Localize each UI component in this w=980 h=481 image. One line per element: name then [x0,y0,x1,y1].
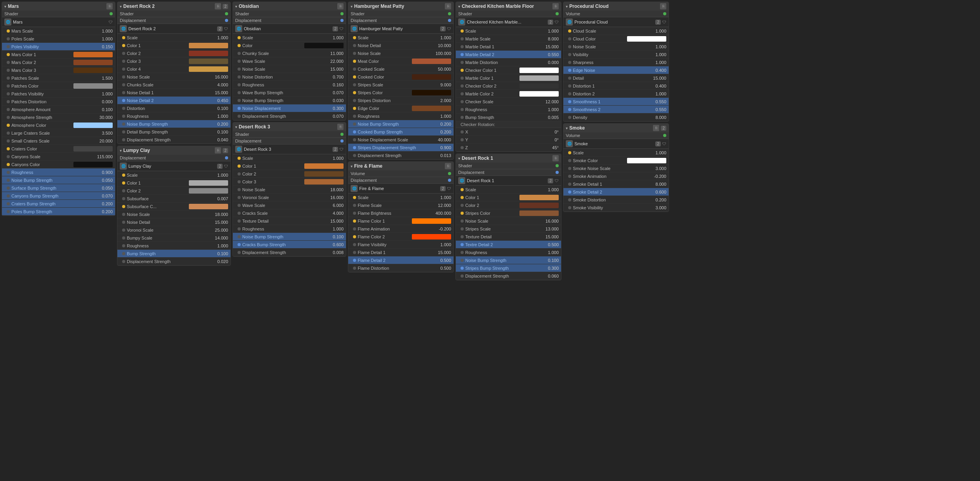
prop-noise-scale[interactable]: Noise Scale15.000 [233,65,346,73]
prop-wave-bump[interactable]: Wave Bump Strength0.070 [233,89,346,97]
copy-icon[interactable]: ⎘ [552,155,559,161]
prop-chunks-scale[interactable]: Chunks Scale4.000 [117,81,230,89]
prop-noise-detail1[interactable]: Noise Detail 115.000 [117,89,230,97]
prop-noise-scale[interactable]: Noise Scale16.000 [117,73,230,81]
prop-bump-strength[interactable]: Bump Strength0.005 [456,113,561,121]
prop-color3[interactable]: Color 3 [117,57,230,65]
prop-flame-animation[interactable]: Flame Animation-0.200 [348,225,453,233]
prop-color1[interactable]: Color 1 [117,179,230,187]
prop-roughness[interactable]: Roughness1.000 [456,106,561,113]
prop-noise-detail2[interactable]: Noise Detail 20.450 [117,97,230,104]
prop-color1[interactable]: Color 1 [117,42,230,49]
copy-icon[interactable]: ⎘ [445,163,451,169]
prop-poles-visibility[interactable]: Poles Visibility 0.150 [2,43,115,51]
prop-wave-scale[interactable]: Wave Scale6.000 [233,201,346,209]
copy-icon[interactable]: ⎘ [660,3,666,9]
prop-edge-noise[interactable]: Edge Noise0.400 [563,66,669,74]
prop-cooked-bump[interactable]: Cooked Bump Strength0.200 [348,128,453,136]
prop-smoke-noise-scale[interactable]: Smoke Noise Scale3.000 [563,165,669,172]
prop-edge-color[interactable]: Edge Color [348,104,453,112]
prop-distortion1[interactable]: Distortion 10.400 [563,82,669,90]
prop-smoothness1[interactable]: Smoothness 10.550 [563,98,669,106]
prop-distortion2[interactable]: Distortion 21.000 [563,90,669,98]
prop-noise-detail[interactable]: Noise Detail15.000 [117,218,230,226]
prop-atmosphere-amount[interactable]: Atmosphere Amount 0.100 [2,106,115,113]
prop-smoothness2[interactable]: Smoothness 20.550 [563,106,669,113]
panel-lumpy-header[interactable]: ▾ Lumpy Clay ⎘ 2 [117,146,230,155]
prop-stripes-disp[interactable]: Stripes Displacement Strength0.900 [348,144,453,152]
prop-roughness[interactable]: Roughness0.160 [233,81,346,89]
prop-noise-detail[interactable]: Noise Detail10.000 [348,42,453,49]
prop-scale[interactable]: Scale1.000 [233,154,346,162]
prop-textre-detail2[interactable]: Textre Detail 20.500 [456,241,561,249]
prop-color1[interactable]: Color 1 [233,162,346,170]
prop-noise-bump[interactable]: Noise Bump Strength0.200 [348,120,453,128]
copy-icon[interactable]: ⎘ [337,124,344,130]
prop-color2[interactable]: Color 2 [117,187,230,195]
prop-flame-detail2[interactable]: Flame Detail 20.500 [348,256,453,264]
prop-noise-bump[interactable]: Noise Bump Strength 0.050 [2,176,115,184]
prop-flame-scale[interactable]: Flame Scale12.000 [348,201,453,209]
prop-atmosphere-strength[interactable]: Atmosphere Strength 30.000 [2,113,115,121]
prop-patches-visibility[interactable]: Patches Visibility 1.000 [2,90,115,98]
prop-atmosphere-color[interactable]: Atmosphere Color [2,121,115,129]
prop-bump-strength[interactable]: Bump Strength0.100 [117,250,230,258]
prop-marble-scale[interactable]: Marble Scale8.000 [456,35,561,43]
panel-desert1-header[interactable]: ▾ Desert Rock 1 ⎘ [456,154,561,163]
prop-roughness[interactable]: Roughness1.000 [348,112,453,120]
prop-flame-color1[interactable]: Flame Color 1 [348,217,453,225]
prop-roughness[interactable]: Roughness1.000 [117,112,230,120]
panel-marble-header[interactable]: ▾ Checkered Kitchen Marble Floor ⎘ [456,2,561,11]
prop-chunky-scale[interactable]: Chunky Scale11.000 [233,49,346,57]
prop-cooked-scale[interactable]: Cooked Scale50.000 [348,65,453,73]
prop-flame-brightness[interactable]: Flame Brightness400.000 [348,209,453,217]
prop-color2[interactable]: Color 2 [233,170,346,178]
panel-desert2-header[interactable]: ▾ Desert Rock 2 ⎘ 2 [117,2,230,11]
prop-marble-distortion[interactable]: Marble Distortion0.000 [456,59,561,66]
prop-wave-scale[interactable]: Wave Scale22.000 [233,57,346,65]
prop-smoke-color[interactable]: Smoke Color [563,157,669,165]
prop-stripes-scale[interactable]: Stripes Scale13.000 [456,225,561,233]
prop-roughness[interactable]: Roughness1.000 [233,225,346,233]
prop-detail-bump[interactable]: Detail Bump Strength0.100 [117,128,230,136]
prop-rot-y[interactable]: Y0° [456,136,561,144]
prop-noise-scale[interactable]: Noise Scale18.000 [233,186,346,194]
prop-noise-bump[interactable]: Noise Bump Strength0.100 [456,256,561,264]
prop-color4[interactable]: Color 4 [117,65,230,73]
prop-cloud-scale[interactable]: Cloud Scale1.000 [563,27,669,35]
prop-checker-scale[interactable]: Checker Scale12.000 [456,98,561,106]
prop-smoke-detail1[interactable]: Smoke Detail 18.000 [563,180,669,188]
prop-scale[interactable]: Scale1.000 [117,171,230,179]
prop-checker-color1[interactable]: Checker Color 1 [456,66,561,74]
prop-stripes-bump[interactable]: Stripes Bump Strength0.300 [456,264,561,272]
prop-subsurface[interactable]: Subsurface0.007 [117,195,230,203]
prop-scale[interactable]: Scale1.000 [456,186,561,194]
prop-noise-distortion[interactable]: Noise Distortion0.700 [233,73,346,81]
prop-disp-strength[interactable]: Displacement Strength0.040 [117,136,230,144]
panel-fire-header[interactable]: ▾ Fire & Flame ⎘ [348,162,453,170]
prop-marble-detail2[interactable]: Marble Detail 20.550 [456,51,561,59]
prop-cooked-color[interactable]: Cooked Color [348,73,453,81]
copy-icon[interactable]: ⎘ [337,3,344,9]
prop-texture-detail[interactable]: Texture Detail15.000 [456,233,561,241]
prop-stripes-color[interactable]: Stripes Color [348,89,453,97]
prop-scale[interactable]: Scale1.000 [117,34,230,42]
copy-icon[interactable]: ⎘ [445,3,451,9]
prop-noise-scale[interactable]: Noise Scale1.000 [563,43,669,51]
panel-smoke-header[interactable]: ▾ Smoke ⎘ 2 [563,124,669,132]
prop-voronoi-scale[interactable]: Voronoi Scale16.000 [233,194,346,201]
prop-noise-bump[interactable]: Noise Bump Strength0.200 [117,120,230,128]
copy-icon[interactable]: ⎘ [552,3,559,9]
prop-poles-bump[interactable]: Poles Bump Strength 0.200 [2,208,115,216]
prop-flame-color2[interactable]: Flame Color 2 [348,233,453,241]
prop-color1[interactable]: Color 1 [456,194,561,201]
panel-desert2-copy-icon[interactable]: ⎘ [215,3,221,9]
prop-noise-disp[interactable]: Noise Displacement0.300 [233,104,346,112]
prop-canyons-bump[interactable]: Canyons Bump Strength 0.070 [2,192,115,200]
prop-scale[interactable]: Scale1.000 [456,27,561,35]
prop-craters-bump[interactable]: Craters Bump Strength 0.200 [2,200,115,208]
prop-voronoi-scale[interactable]: Voronoi Scale25.000 [117,226,230,234]
prop-marble-color1[interactable]: Marble Color 1 [456,74,561,82]
prop-patches-color[interactable]: Patches Color [2,82,115,90]
prop-rot-x[interactable]: X0° [456,128,561,136]
